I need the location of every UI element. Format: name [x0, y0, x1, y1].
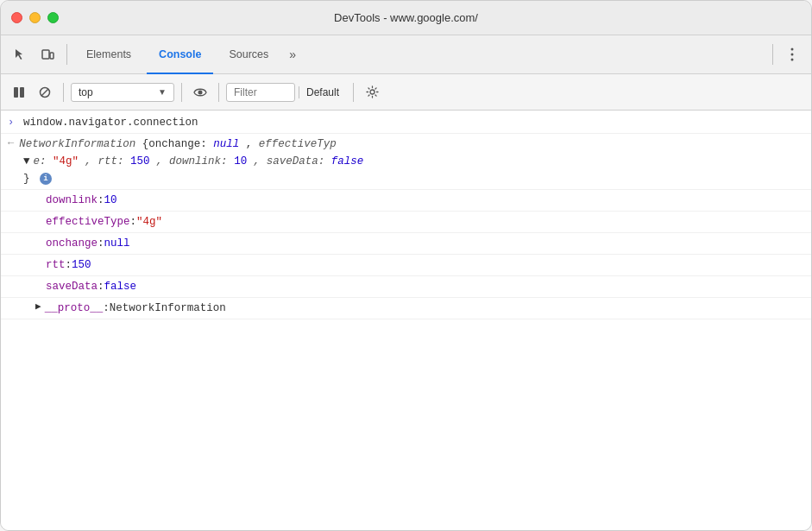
- prop-key-effectivetype: effectiveType: [46, 213, 130, 231]
- result-arrow-icon: ←: [8, 136, 14, 152]
- device-toggle-icon[interactable]: [35, 42, 60, 66]
- network-info-icon[interactable]: i: [40, 173, 52, 185]
- log-level-selector[interactable]: Default: [299, 86, 346, 98]
- devtools-menu-icon[interactable]: [780, 42, 804, 66]
- prop-downlink: downlink : 10: [1, 190, 811, 212]
- prop-value-effectivetype: "4g": [136, 213, 162, 231]
- prop-rtt: rtt : 150: [1, 255, 811, 276]
- svg-rect-1: [50, 53, 54, 59]
- toolbar-divider-1: [66, 44, 67, 65]
- console-settings-button[interactable]: [361, 81, 383, 104]
- command-arrow-icon[interactable]: ›: [8, 114, 18, 131]
- window-title: DevTools - www.google.com/: [334, 11, 478, 24]
- execute-logs-button[interactable]: [8, 81, 30, 104]
- prop-key-rtt: rtt: [46, 256, 66, 274]
- result-expanded-toggle[interactable]: ▼: [23, 153, 30, 170]
- console-divider-3: [218, 83, 219, 102]
- console-toolbar: top ▼ Default: [1, 74, 811, 111]
- svg-point-2: [791, 48, 794, 51]
- title-bar: DevTools - www.google.com/: [1, 1, 811, 35]
- filter-input[interactable]: [234, 86, 286, 98]
- console-command-entry: › window.navigator.connection: [1, 112, 811, 134]
- proto-key: __proto__: [45, 300, 104, 317]
- context-selector[interactable]: top ▼: [71, 83, 174, 102]
- prop-onchange: onchange : null: [1, 233, 811, 255]
- tab-sources[interactable]: Sources: [217, 35, 280, 74]
- close-button[interactable]: [11, 12, 22, 23]
- svg-rect-0: [42, 50, 49, 59]
- prop-value-rtt: 150: [72, 256, 91, 274]
- live-expressions-button[interactable]: [189, 81, 211, 104]
- prop-proto: ▶ __proto__ : NetworkInformation: [1, 298, 811, 319]
- cursor-icon[interactable]: [8, 42, 32, 66]
- result-continued: e: "4g" , rtt: 150 , downlink: 10 , save…: [34, 153, 804, 170]
- prop-value-savedata: false: [104, 278, 137, 295]
- toolbar-divider-2: [772, 44, 773, 65]
- svg-point-3: [791, 54, 794, 56]
- context-label: top: [79, 86, 154, 98]
- prop-key-onchange: onchange: [46, 235, 98, 252]
- prop-key-downlink: downlink: [46, 192, 98, 209]
- svg-rect-5: [14, 87, 18, 98]
- tab-console[interactable]: Console: [147, 35, 213, 74]
- filter-container: [226, 83, 295, 102]
- svg-line-8: [41, 89, 48, 96]
- svg-rect-6: [20, 87, 24, 98]
- console-divider-2: [181, 83, 182, 102]
- chevron-down-icon: ▼: [158, 87, 167, 97]
- svg-point-4: [791, 59, 794, 61]
- proto-toggle-icon[interactable]: ▶: [35, 300, 41, 315]
- command-text: window.navigator.connection: [23, 114, 804, 131]
- prop-effective-type: effectiveType : "4g": [1, 212, 811, 233]
- result-text: NetworkInformation {onchange: null , eff…: [19, 136, 804, 153]
- console-output: › window.navigator.connection ← NetworkI…: [1, 111, 811, 531]
- svg-point-10: [370, 90, 375, 94]
- traffic-lights: [11, 12, 59, 23]
- proto-value: NetworkInformation: [110, 300, 226, 317]
- console-divider-4: [353, 83, 354, 102]
- more-tabs-button[interactable]: »: [284, 35, 301, 74]
- prop-value-onchange: null: [104, 235, 130, 252]
- minimize-button[interactable]: [29, 12, 41, 23]
- main-toolbar: Elements Console Sources »: [1, 35, 811, 74]
- tab-elements[interactable]: Elements: [74, 35, 143, 74]
- console-result-entry: ← NetworkInformation {onchange: null , e…: [1, 134, 811, 190]
- fullscreen-button[interactable]: [47, 12, 59, 23]
- prop-savedata: saveData : false: [1, 276, 811, 298]
- prop-key-savedata: saveData: [46, 278, 98, 295]
- clear-console-button[interactable]: [34, 81, 56, 104]
- svg-point-9: [198, 90, 203, 94]
- prop-value-downlink: 10: [104, 192, 117, 209]
- console-divider-1: [63, 83, 64, 102]
